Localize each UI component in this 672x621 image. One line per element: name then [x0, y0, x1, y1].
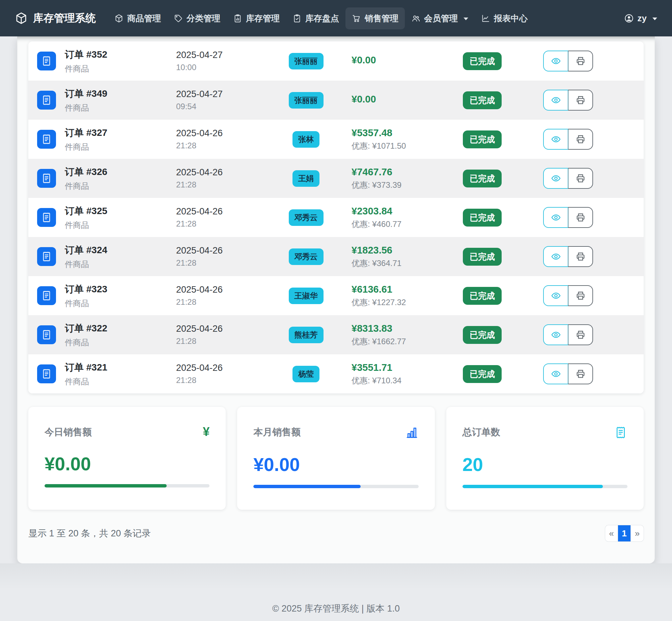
eye-icon — [551, 95, 561, 105]
nav-item-6[interactable]: 会员管理 — [405, 7, 475, 29]
status-badge: 已完成 — [463, 365, 502, 383]
printer-icon — [576, 330, 586, 340]
order-id: 订单 #352 — [65, 48, 176, 61]
print-order-button[interactable] — [568, 51, 593, 71]
order-date: 2025-04-26 — [176, 245, 260, 256]
view-order-button[interactable] — [543, 285, 568, 306]
printer-icon — [576, 252, 586, 262]
row-actions — [543, 51, 593, 71]
order-amount: ¥5357.48 — [352, 127, 463, 139]
order-id: 订单 #322 — [65, 322, 176, 335]
printer-icon — [576, 95, 586, 105]
order-time: 21:28 — [176, 180, 260, 189]
order-discount: 优惠: ¥710.34 — [352, 375, 463, 386]
order-time: 21:28 — [176, 141, 260, 150]
table-row: 订单 #325 件商品 2025-04-26 21:28 邓秀云 ¥2303.8… — [28, 198, 644, 237]
status-badge: 已完成 — [463, 209, 502, 227]
receipt-icon — [37, 130, 56, 149]
view-order-button[interactable] — [543, 129, 568, 150]
order-items-label: 件商品 — [65, 102, 176, 113]
order-discount: 优惠: ¥364.71 — [352, 258, 463, 269]
receipt-icon — [37, 325, 56, 344]
order-amount: ¥1823.56 — [352, 245, 463, 256]
eye-icon — [551, 252, 561, 262]
view-order-button[interactable] — [543, 207, 568, 228]
nav-item-3[interactable]: 库存管理 — [227, 7, 286, 29]
nav-item-7[interactable]: 报表中心 — [475, 7, 534, 29]
people-icon — [411, 14, 420, 23]
bar-chart-icon — [405, 426, 419, 439]
next-page-button[interactable]: » — [631, 525, 644, 541]
nav-item-2[interactable]: 分类管理 — [167, 7, 227, 29]
nav-item-5[interactable]: 销售管理 — [345, 7, 405, 29]
nav-menu: 商品管理 分类管理 库存管理 库存盘点 销售管理 会员管理 报表中心 — [108, 7, 534, 29]
order-amount: ¥6136.61 — [352, 284, 463, 295]
row-actions — [543, 246, 593, 267]
view-order-button[interactable] — [543, 363, 568, 384]
order-items-label: 件商品 — [65, 259, 176, 270]
orders-table: 订单 #352 件商品 2025-04-27 10:00 张丽丽 ¥0.00 已… — [28, 41, 644, 393]
view-order-button[interactable] — [543, 246, 568, 267]
order-id: 订单 #324 — [65, 244, 176, 257]
print-order-button[interactable] — [568, 90, 593, 111]
receipt-icon — [37, 247, 56, 266]
print-order-button[interactable] — [568, 285, 593, 306]
view-order-button[interactable] — [543, 90, 568, 111]
order-id: 订单 #325 — [65, 205, 176, 217]
order-items-label: 件商品 — [65, 376, 176, 387]
customer-badge: 邓秀云 — [289, 209, 324, 226]
view-order-button[interactable] — [543, 324, 568, 345]
print-order-button[interactable] — [568, 324, 593, 345]
nav-item-label: 商品管理 — [127, 13, 161, 24]
nav-item-label: 库存管理 — [246, 13, 280, 24]
nav-item-label: 报表中心 — [494, 13, 528, 24]
print-order-button[interactable] — [568, 207, 593, 228]
stat-card: 今日销售额 ¥ ¥0.00 — [28, 407, 226, 510]
status-badge: 已完成 — [463, 170, 502, 187]
prev-page-button[interactable]: « — [605, 525, 618, 541]
print-order-button[interactable] — [568, 246, 593, 267]
brand[interactable]: 库存管理系统 — [15, 11, 96, 25]
view-order-button[interactable] — [543, 51, 568, 71]
order-time: 21:28 — [176, 376, 260, 385]
printer-icon — [576, 291, 586, 301]
nav-item-4[interactable]: 库存盘点 — [286, 7, 345, 29]
order-date: 2025-04-26 — [176, 285, 260, 295]
stat-value: 20 — [463, 455, 627, 474]
page-1-button[interactable]: 1 — [618, 525, 631, 541]
order-time: 21:28 — [176, 258, 260, 268]
printer-icon — [576, 173, 586, 183]
printer-icon — [576, 134, 586, 144]
table-row: 订单 #349 件商品 2025-04-27 09:54 张丽丽 ¥0.00 已… — [28, 81, 644, 120]
print-order-button[interactable] — [568, 129, 593, 150]
print-order-button[interactable] — [568, 363, 593, 384]
user-menu[interactable]: zy — [624, 13, 657, 24]
order-amount: ¥0.00 — [352, 94, 463, 105]
order-id: 订单 #349 — [65, 87, 176, 100]
caret-down-icon — [652, 18, 657, 20]
order-date: 2025-04-27 — [176, 89, 260, 99]
row-actions — [543, 168, 593, 189]
customer-badge: 熊桂芳 — [289, 327, 324, 343]
order-time: 21:28 — [176, 336, 260, 346]
order-items-label: 件商品 — [65, 220, 176, 231]
nav-item-1[interactable]: 商品管理 — [108, 7, 167, 29]
order-items-label: 件商品 — [65, 298, 176, 309]
print-order-button[interactable] — [568, 168, 593, 189]
eye-icon — [551, 369, 561, 379]
receipt-icon — [614, 426, 627, 439]
yen-icon: ¥ — [203, 426, 209, 438]
printer-icon — [576, 369, 586, 379]
view-order-button[interactable] — [543, 168, 568, 189]
order-time: 10:00 — [176, 63, 260, 72]
stat-progress-fill — [463, 485, 603, 488]
receipt-icon — [37, 286, 56, 305]
order-id: 订单 #323 — [65, 283, 176, 296]
order-discount: 优惠: ¥1662.77 — [352, 336, 463, 347]
order-date: 2025-04-26 — [176, 128, 260, 139]
nav-item-label: 会员管理 — [424, 13, 458, 24]
brand-title: 库存管理系统 — [33, 11, 96, 25]
status-badge: 已完成 — [463, 326, 502, 344]
chart-line-icon — [481, 14, 490, 23]
stat-progress-fill — [253, 485, 361, 488]
